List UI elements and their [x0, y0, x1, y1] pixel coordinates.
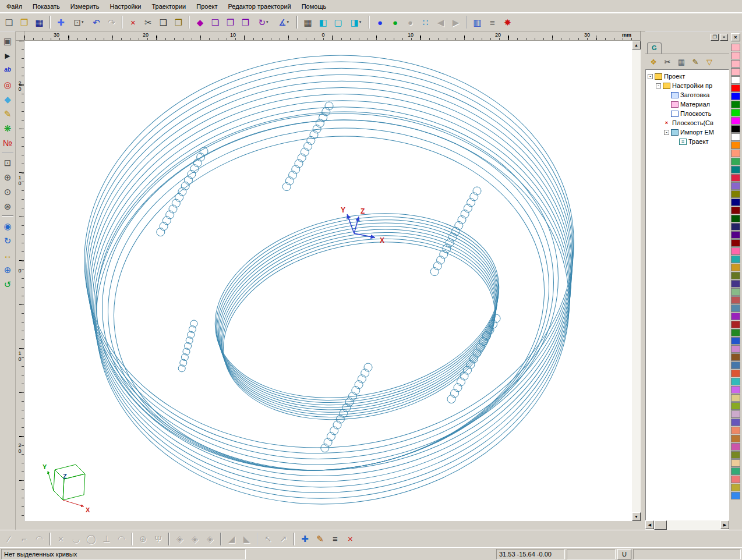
scroll-track[interactable] — [632, 49, 641, 512]
edit-polyline-button[interactable]: ⌐ — [17, 532, 31, 546]
pan-hand-button[interactable]: ↔ — [1, 248, 15, 262]
menu-item[interactable]: Траектории — [146, 1, 191, 12]
menu-item[interactable]: Измерить — [65, 1, 105, 12]
palette-swatch[interactable] — [731, 199, 740, 206]
palette-swatch[interactable] — [731, 264, 740, 271]
palette-swatch[interactable] — [731, 361, 740, 369]
align-1-button[interactable]: ◢ — [224, 532, 239, 546]
dropdown-arrow-icon[interactable]: ▾ — [359, 20, 362, 24]
palette-swatch[interactable] — [731, 84, 740, 92]
grid-button[interactable]: ▦ — [675, 56, 688, 68]
erase-segment-button[interactable]: × — [54, 532, 68, 546]
palette-swatch[interactable] — [731, 190, 740, 198]
palette-swatch[interactable] — [731, 174, 740, 182]
pick-arrow-button[interactable]: ► — [1, 48, 15, 62]
palette-swatch[interactable] — [731, 247, 740, 255]
tree-item[interactable]: Заготовка — [646, 90, 729, 100]
edit-arc-button[interactable]: ◠ — [32, 532, 47, 546]
dropdown-arrow-icon[interactable]: ▾ — [82, 20, 84, 24]
tree-item[interactable]: ×Плоскость(Св — [646, 118, 729, 127]
edit-pencil-button[interactable]: ✎ — [1, 107, 15, 120]
palette-swatch[interactable] — [731, 484, 740, 491]
delete-button[interactable]: × — [126, 15, 140, 29]
zoom-dynamic-button[interactable]: ⊕ — [1, 263, 15, 277]
fillet-button[interactable]: ◡ — [69, 532, 83, 546]
simulate-button[interactable]: ✸ — [500, 15, 515, 29]
tree-item[interactable]: -Импорт EM — [646, 127, 729, 137]
palette-swatch[interactable] — [731, 313, 740, 320]
palette-swatch[interactable] — [731, 133, 740, 141]
delete-trajectory-button[interactable]: × — [343, 532, 358, 546]
tab-geometry[interactable]: G — [647, 42, 662, 54]
rhomb-2-button[interactable]: ◈ — [188, 532, 202, 546]
circle-button[interactable]: ◯ — [84, 532, 98, 546]
rhomb-1-button[interactable]: ◈ — [172, 532, 187, 546]
palette-swatch[interactable] — [731, 492, 740, 499]
palette-swatch[interactable] — [731, 141, 740, 149]
tree-expander[interactable]: - — [656, 83, 661, 88]
tangent-arc-button[interactable]: ◠ — [114, 532, 129, 546]
menu-item[interactable]: Показать — [27, 1, 65, 12]
palette-swatch[interactable] — [731, 451, 740, 459]
palette-close-button[interactable]: × — [731, 33, 740, 41]
palette-swatch[interactable] — [731, 150, 740, 157]
align-2-button[interactable]: ◣ — [239, 532, 254, 546]
trajectory-edit-button[interactable]: ✎ — [313, 532, 327, 546]
palette-swatch[interactable] — [731, 231, 740, 239]
undo-button[interactable]: ↶ — [89, 15, 104, 29]
zoom-in-button[interactable]: ⊕ — [1, 170, 15, 184]
palette-swatch[interactable] — [731, 394, 740, 402]
palette-swatch[interactable] — [731, 378, 740, 385]
scroll-right-button[interactable]: ▶ — [720, 520, 729, 529]
tree-expander[interactable]: - — [648, 74, 653, 79]
tree-item[interactable]: -Настройки пр — [646, 81, 729, 90]
palette-swatch[interactable] — [731, 215, 740, 222]
palette-swatch[interactable] — [731, 52, 740, 59]
panel-hscrollbar[interactable]: ◀ ▶ — [645, 520, 729, 530]
edit-line-button[interactable]: ∕ — [2, 532, 16, 546]
menu-item[interactable]: Настройки — [104, 1, 146, 12]
center-mark-button[interactable]: ⊕ — [136, 532, 150, 546]
palette-swatch[interactable] — [731, 288, 740, 296]
zoom-window-button[interactable]: ⊡ — [1, 155, 15, 169]
step-forward-button[interactable]: ▶ — [448, 15, 463, 29]
branch-button[interactable]: Ψ — [151, 532, 165, 546]
palette-swatch[interactable] — [731, 93, 740, 100]
palette-swatch[interactable] — [731, 125, 740, 133]
menu-item[interactable]: Помощь — [296, 1, 332, 12]
perpendicular-button[interactable]: ⊥ — [99, 532, 114, 546]
palette-swatch[interactable] — [731, 182, 740, 190]
light-green-button[interactable]: ● — [388, 15, 402, 29]
light-blue-button[interactable]: ● — [373, 15, 387, 29]
palette-swatch[interactable] — [731, 427, 740, 434]
view-hide-button[interactable]: ◨▾ — [346, 15, 366, 29]
palette-swatch[interactable] — [731, 370, 740, 377]
palette-swatch[interactable] — [731, 296, 740, 304]
redo-button[interactable]: ↷ — [104, 15, 119, 29]
palette-swatch[interactable] — [731, 223, 740, 231]
canvas-vscrollbar[interactable]: ▲ ▼ — [632, 41, 641, 521]
snap-target-button[interactable]: ◎ — [1, 77, 15, 91]
palette-swatch[interactable] — [731, 353, 740, 361]
filter-button[interactable]: ▽ — [703, 56, 716, 68]
tree-item[interactable]: Материал — [646, 100, 729, 109]
palette-swatch[interactable] — [731, 419, 740, 426]
scroll-left-button[interactable]: ◀ — [645, 520, 654, 529]
palette-swatch[interactable] — [731, 109, 740, 116]
scroll-thumb[interactable] — [654, 520, 667, 530]
paste-button[interactable]: ❒ — [171, 15, 186, 29]
palette-swatch[interactable] — [731, 272, 740, 279]
palette-swatch[interactable] — [731, 443, 740, 451]
palette-swatch[interactable] — [731, 239, 740, 247]
step-back-button[interactable]: ◀ — [433, 15, 448, 29]
palette-swatch[interactable] — [731, 337, 740, 345]
edit-button[interactable]: ✎ — [689, 56, 702, 68]
open-button[interactable]: ❐ — [17, 15, 31, 29]
regenerate-button[interactable]: ∷ — [418, 15, 433, 29]
dropdown-arrow-icon[interactable]: ▾ — [266, 20, 268, 24]
palette-swatch[interactable] — [731, 467, 740, 475]
palette-swatch[interactable] — [731, 44, 740, 51]
palette-swatch[interactable] — [731, 304, 740, 312]
move-x1-button[interactable]: ↖ — [261, 532, 275, 546]
catalog-button[interactable]: ▥ — [470, 15, 485, 29]
